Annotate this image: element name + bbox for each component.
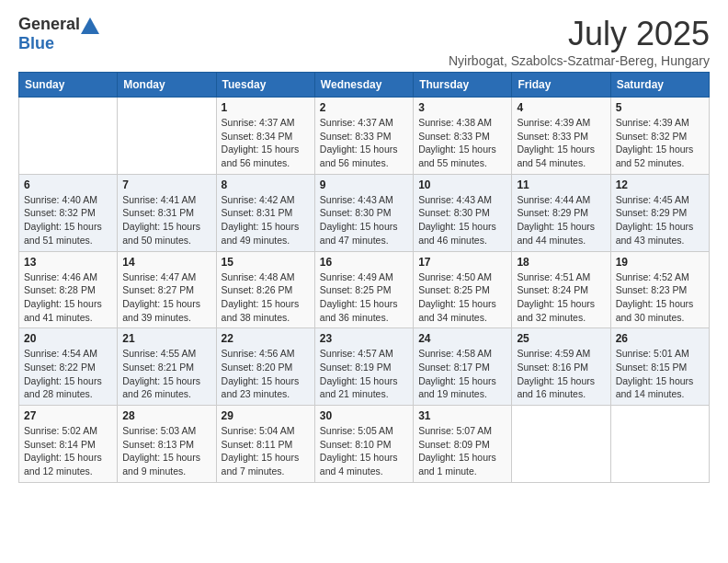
logo-icon xyxy=(81,17,99,34)
calendar-cell xyxy=(512,406,610,483)
week-row-4: 20Sunrise: 4:54 AMSunset: 8:22 PMDayligh… xyxy=(19,328,710,406)
day-number: 1 xyxy=(222,101,310,114)
day-number: 17 xyxy=(418,256,506,269)
week-row-3: 13Sunrise: 4:46 AMSunset: 8:28 PMDayligh… xyxy=(19,251,710,328)
day-number: 9 xyxy=(320,178,408,191)
day-info: Sunrise: 5:07 AMSunset: 8:09 PMDaylight:… xyxy=(418,424,506,478)
calendar-cell xyxy=(19,98,118,175)
day-number: 2 xyxy=(320,101,408,114)
calendar-cell: 31Sunrise: 5:07 AMSunset: 8:09 PMDayligh… xyxy=(414,406,512,483)
day-number: 11 xyxy=(517,178,605,191)
calendar-cell: 9Sunrise: 4:43 AMSunset: 8:30 PMDaylight… xyxy=(314,174,413,251)
calendar-cell xyxy=(610,406,709,483)
day-info: Sunrise: 4:38 AMSunset: 8:33 PMDaylight:… xyxy=(418,116,506,170)
calendar-cell: 19Sunrise: 4:52 AMSunset: 8:23 PMDayligh… xyxy=(610,251,709,328)
day-number: 31 xyxy=(418,409,506,422)
calendar-cell: 11Sunrise: 4:44 AMSunset: 8:29 PMDayligh… xyxy=(512,174,610,251)
calendar-header-row: SundayMondayTuesdayWednesdayThursdayFrid… xyxy=(19,73,710,98)
day-number: 13 xyxy=(24,256,112,269)
calendar-cell: 3Sunrise: 4:38 AMSunset: 8:33 PMDaylight… xyxy=(414,98,512,175)
day-info: Sunrise: 4:43 AMSunset: 8:30 PMDaylight:… xyxy=(418,193,506,247)
day-info: Sunrise: 4:37 AMSunset: 8:34 PMDaylight:… xyxy=(222,116,310,170)
day-info: Sunrise: 5:05 AMSunset: 8:10 PMDaylight:… xyxy=(320,424,408,478)
day-number: 29 xyxy=(222,409,310,422)
calendar-cell: 17Sunrise: 4:50 AMSunset: 8:25 PMDayligh… xyxy=(414,251,512,328)
calendar-cell: 16Sunrise: 4:49 AMSunset: 8:25 PMDayligh… xyxy=(314,251,413,328)
calendar-cell: 15Sunrise: 4:48 AMSunset: 8:26 PMDayligh… xyxy=(216,251,314,328)
week-row-2: 6Sunrise: 4:40 AMSunset: 8:32 PMDaylight… xyxy=(19,174,710,251)
calendar-cell: 23Sunrise: 4:57 AMSunset: 8:19 PMDayligh… xyxy=(314,328,413,406)
calendar-cell xyxy=(118,98,216,175)
day-info: Sunrise: 5:02 AMSunset: 8:14 PMDaylight:… xyxy=(24,424,112,478)
day-number: 16 xyxy=(320,256,408,269)
day-info: Sunrise: 4:42 AMSunset: 8:31 PMDaylight:… xyxy=(222,193,310,247)
day-info: Sunrise: 4:43 AMSunset: 8:30 PMDaylight:… xyxy=(320,193,408,247)
day-number: 30 xyxy=(320,409,408,422)
header: General Blue July 2025 Nyirbogat, Szabol… xyxy=(18,15,710,68)
calendar-cell: 6Sunrise: 4:40 AMSunset: 8:32 PMDaylight… xyxy=(19,174,118,251)
calendar-cell: 20Sunrise: 4:54 AMSunset: 8:22 PMDayligh… xyxy=(19,328,118,406)
calendar-cell: 12Sunrise: 4:45 AMSunset: 8:29 PMDayligh… xyxy=(610,174,709,251)
day-info: Sunrise: 5:03 AMSunset: 8:13 PMDaylight:… xyxy=(122,424,210,478)
logo-blue: Blue xyxy=(18,34,54,52)
header-day-tuesday: Tuesday xyxy=(216,73,314,98)
title-area: July 2025 Nyirbogat, Szabolcs-Szatmar-Be… xyxy=(449,15,710,68)
day-info: Sunrise: 4:37 AMSunset: 8:33 PMDaylight:… xyxy=(320,116,408,170)
calendar-cell: 24Sunrise: 4:58 AMSunset: 8:17 PMDayligh… xyxy=(414,328,512,406)
day-info: Sunrise: 4:56 AMSunset: 8:20 PMDaylight:… xyxy=(222,347,310,401)
day-info: Sunrise: 4:57 AMSunset: 8:19 PMDaylight:… xyxy=(320,347,408,401)
day-info: Sunrise: 4:46 AMSunset: 8:28 PMDaylight:… xyxy=(24,270,112,325)
day-info: Sunrise: 4:50 AMSunset: 8:25 PMDaylight:… xyxy=(418,270,506,325)
day-number: 25 xyxy=(517,332,605,345)
day-number: 15 xyxy=(222,256,310,269)
header-day-sunday: Sunday xyxy=(19,73,118,98)
day-info: Sunrise: 4:54 AMSunset: 8:22 PMDaylight:… xyxy=(24,347,112,401)
calendar-cell: 1Sunrise: 4:37 AMSunset: 8:34 PMDaylight… xyxy=(216,98,314,175)
day-info: Sunrise: 5:01 AMSunset: 8:15 PMDaylight:… xyxy=(616,347,704,401)
calendar-cell: 14Sunrise: 4:47 AMSunset: 8:27 PMDayligh… xyxy=(118,251,216,328)
calendar-cell: 7Sunrise: 4:41 AMSunset: 8:31 PMDaylight… xyxy=(118,174,216,251)
day-number: 14 xyxy=(122,256,210,269)
day-number: 7 xyxy=(122,178,210,191)
header-day-wednesday: Wednesday xyxy=(314,73,413,98)
calendar-cell: 29Sunrise: 5:04 AMSunset: 8:11 PMDayligh… xyxy=(216,406,314,483)
logo: General Blue xyxy=(18,15,100,53)
day-info: Sunrise: 4:51 AMSunset: 8:24 PMDaylight:… xyxy=(517,270,605,325)
calendar-cell: 4Sunrise: 4:39 AMSunset: 8:33 PMDaylight… xyxy=(512,98,610,175)
calendar-cell: 25Sunrise: 4:59 AMSunset: 8:16 PMDayligh… xyxy=(512,328,610,406)
day-info: Sunrise: 5:04 AMSunset: 8:11 PMDaylight:… xyxy=(222,424,310,478)
calendar-cell: 26Sunrise: 5:01 AMSunset: 8:15 PMDayligh… xyxy=(610,328,709,406)
day-info: Sunrise: 4:59 AMSunset: 8:16 PMDaylight:… xyxy=(517,347,605,401)
day-info: Sunrise: 4:39 AMSunset: 8:32 PMDaylight:… xyxy=(616,116,704,170)
day-number: 8 xyxy=(222,178,310,191)
day-number: 12 xyxy=(616,178,704,191)
calendar-cell: 8Sunrise: 4:42 AMSunset: 8:31 PMDaylight… xyxy=(216,174,314,251)
week-row-5: 27Sunrise: 5:02 AMSunset: 8:14 PMDayligh… xyxy=(19,406,710,483)
day-number: 23 xyxy=(320,332,408,345)
day-number: 27 xyxy=(24,409,112,422)
day-number: 10 xyxy=(418,178,506,191)
week-row-1: 1Sunrise: 4:37 AMSunset: 8:34 PMDaylight… xyxy=(19,98,710,175)
logo-text: General Blue xyxy=(18,15,100,53)
calendar-cell: 18Sunrise: 4:51 AMSunset: 8:24 PMDayligh… xyxy=(512,251,610,328)
day-info: Sunrise: 4:40 AMSunset: 8:32 PMDaylight:… xyxy=(24,193,112,247)
svg-marker-0 xyxy=(81,17,99,34)
calendar-cell: 10Sunrise: 4:43 AMSunset: 8:30 PMDayligh… xyxy=(414,174,512,251)
calendar-table: SundayMondayTuesdayWednesdayThursdayFrid… xyxy=(18,72,710,483)
header-day-thursday: Thursday xyxy=(414,73,512,98)
day-number: 22 xyxy=(222,332,310,345)
calendar-cell: 28Sunrise: 5:03 AMSunset: 8:13 PMDayligh… xyxy=(118,406,216,483)
calendar-cell: 27Sunrise: 5:02 AMSunset: 8:14 PMDayligh… xyxy=(19,406,118,483)
calendar-cell: 30Sunrise: 5:05 AMSunset: 8:10 PMDayligh… xyxy=(314,406,413,483)
day-info: Sunrise: 4:47 AMSunset: 8:27 PMDaylight:… xyxy=(122,270,210,325)
day-info: Sunrise: 4:44 AMSunset: 8:29 PMDaylight:… xyxy=(517,193,605,247)
day-number: 20 xyxy=(24,332,112,345)
month-title: July 2025 xyxy=(449,15,710,53)
day-number: 21 xyxy=(122,332,210,345)
header-day-friday: Friday xyxy=(512,73,610,98)
day-number: 6 xyxy=(24,178,112,191)
header-day-saturday: Saturday xyxy=(610,73,709,98)
calendar-cell: 13Sunrise: 4:46 AMSunset: 8:28 PMDayligh… xyxy=(19,251,118,328)
calendar-cell: 2Sunrise: 4:37 AMSunset: 8:33 PMDaylight… xyxy=(314,98,413,175)
day-info: Sunrise: 4:55 AMSunset: 8:21 PMDaylight:… xyxy=(122,347,210,401)
